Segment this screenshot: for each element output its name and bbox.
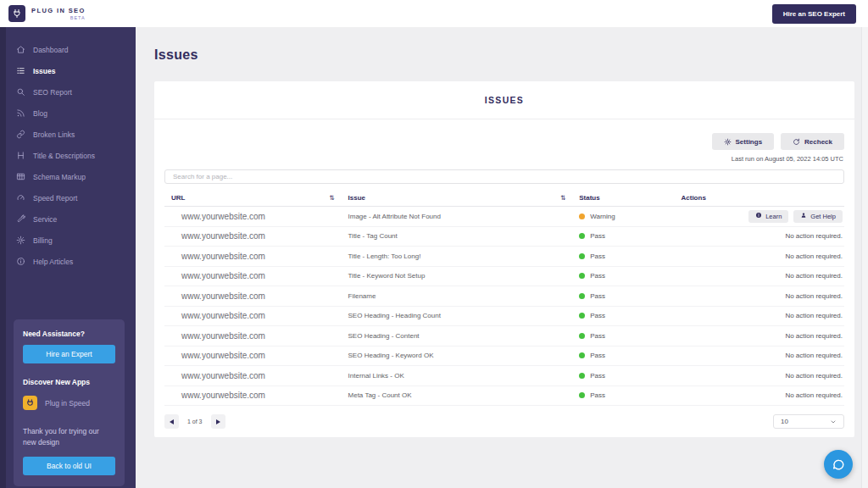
next-page-button[interactable]	[211, 414, 225, 429]
person-icon	[800, 212, 807, 220]
hire-seo-expert-button[interactable]: Hire an SEO Expert	[772, 4, 856, 24]
sidebar-item-help-articles[interactable]: Help Articles	[0, 251, 136, 272]
row-issue: Internal Links - OK	[348, 372, 580, 380]
info-icon	[16, 257, 25, 266]
sidebar-item-issues[interactable]: Issues	[0, 60, 136, 81]
sidebar-item-title-descriptions[interactable]: Title & Descriptions	[0, 145, 136, 166]
status-dot-icon	[579, 373, 585, 379]
sidebar-item-blog[interactable]: Blog	[0, 103, 136, 124]
wrench-icon	[16, 214, 25, 224]
back-to-old-ui-button[interactable]: Back to old UI	[23, 457, 115, 475]
status-label: Pass	[590, 332, 605, 340]
sidebar-item-label: Issues	[33, 67, 55, 75]
row-issue: Title - Keyword Not Setup	[348, 272, 580, 280]
status-label: Pass	[590, 312, 605, 319]
page-scrollbar[interactable]	[861, 27, 868, 488]
learn-button[interactable]: Learn	[748, 210, 788, 223]
no-action-text: No action required.	[785, 332, 843, 340]
plug-in-speed-app[interactable]: Plug in Speed	[23, 396, 115, 410]
link-icon	[16, 130, 25, 139]
table-row: www.yourwebsite.comTitle - Length: Too L…	[164, 247, 844, 267]
settings-button[interactable]: Settings	[712, 133, 775, 150]
recheck-button[interactable]: Recheck	[781, 133, 844, 150]
sort-url-icon[interactable]: ⇅	[329, 194, 348, 202]
refresh-icon	[793, 138, 800, 146]
row-actions: No action required.	[682, 391, 844, 399]
status-label: Warning	[590, 213, 615, 220]
no-action-text: No action required.	[785, 252, 843, 260]
row-actions: No action required.	[682, 352, 844, 359]
chevron-down-icon	[830, 419, 837, 425]
home-icon	[16, 45, 25, 54]
sidebar-item-seo-report[interactable]: SEO Report	[0, 81, 136, 103]
row-issue: SEO Heading - Keyword OK	[348, 352, 580, 359]
plug-in-speed-icon	[23, 396, 37, 410]
row-actions: No action required.	[682, 372, 844, 380]
no-action-text: No action required.	[785, 312, 843, 319]
row-status: Pass	[579, 312, 681, 319]
row-url[interactable]: www.yourwebsite.com	[164, 331, 348, 341]
row-issue: SEO Heading - Heading Count	[348, 312, 580, 319]
row-status: Pass	[579, 272, 681, 280]
row-url[interactable]: www.yourwebsite.com	[164, 212, 348, 221]
row-url[interactable]: www.yourwebsite.com	[164, 291, 348, 301]
sidebar-item-label: Help Articles	[33, 258, 73, 266]
status-dot-icon	[579, 273, 585, 279]
status-label: Pass	[590, 352, 605, 359]
status-label: Pass	[590, 391, 605, 399]
table-row: www.yourwebsite.comImage - Alt Attribute…	[164, 207, 844, 227]
row-actions: No action required.	[682, 292, 844, 300]
sidebar-item-dashboard[interactable]: Dashboard	[0, 39, 136, 60]
row-url[interactable]: www.yourwebsite.com	[164, 311, 348, 320]
assistance-card: Need Assistance? Hire an Expert Discover…	[14, 319, 125, 486]
status-label: Pass	[590, 292, 605, 300]
row-url[interactable]: www.yourwebsite.com	[164, 351, 348, 360]
get-help-button[interactable]: Get Help	[793, 210, 843, 223]
row-status: Pass	[579, 332, 681, 340]
status-dot-icon	[579, 333, 585, 339]
sidebar-item-label: Broken Links	[33, 130, 75, 139]
row-url[interactable]: www.yourwebsite.com	[164, 231, 348, 241]
no-action-text: No action required.	[785, 232, 843, 240]
logo-title: PLUG IN SEO	[31, 7, 86, 14]
no-action-text: No action required.	[785, 352, 843, 359]
no-action-text: No action required.	[785, 372, 843, 380]
sidebar-item-label: Title & Descriptions	[33, 152, 95, 160]
heading-icon	[16, 151, 25, 160]
row-url[interactable]: www.yourwebsite.com	[164, 391, 348, 400]
list-icon	[16, 66, 25, 75]
sidebar-item-schema-markup[interactable]: Schema Markup	[0, 166, 136, 187]
sidebar-item-billing[interactable]: Billing	[0, 230, 136, 251]
sidebar-item-label: Schema Markup	[33, 173, 86, 181]
chevron-right-icon	[216, 419, 220, 424]
search-icon	[16, 87, 25, 97]
search-input[interactable]	[164, 169, 844, 184]
status-dot-icon	[579, 233, 585, 239]
row-status: Pass	[579, 372, 681, 380]
hire-an-expert-button[interactable]: Hire an Expert	[23, 345, 115, 363]
prev-page-button[interactable]	[164, 414, 179, 429]
row-url[interactable]: www.yourwebsite.com	[164, 252, 348, 261]
chat-bubble-button[interactable]	[824, 450, 853, 479]
table-row: www.yourwebsite.comMeta Tag - Count OKPa…	[164, 386, 844, 407]
sidebar-item-broken-links[interactable]: Broken Links	[0, 124, 136, 145]
card-divider	[154, 119, 854, 119]
sidebar-item-service[interactable]: Service	[0, 208, 136, 230]
no-action-text: No action required.	[785, 292, 843, 300]
page-size-select[interactable]: 10	[773, 414, 844, 429]
status-dot-icon	[579, 214, 585, 219]
column-actions: Actions	[682, 194, 706, 202]
sort-issue-icon[interactable]: ⇅	[560, 194, 579, 202]
sidebar-item-speed-report[interactable]: Speed Report	[0, 187, 136, 208]
row-url[interactable]: www.yourwebsite.com	[164, 271, 348, 280]
sidebar-item-label: Blog	[33, 109, 47, 118]
table-row: www.yourwebsite.comTitle - Keyword Not S…	[164, 267, 844, 287]
row-status: Warning	[579, 213, 681, 220]
issues-table: URL ⇅ Issue ⇅ Status Actions www.yourweb…	[164, 189, 844, 406]
page-indicator: 1 of 3	[187, 419, 203, 424]
no-action-text: No action required.	[785, 272, 843, 280]
row-url[interactable]: www.yourwebsite.com	[164, 371, 348, 380]
pagination: 1 of 3	[164, 414, 225, 429]
row-status: Pass	[579, 252, 681, 260]
no-action-text: No action required.	[785, 391, 843, 399]
